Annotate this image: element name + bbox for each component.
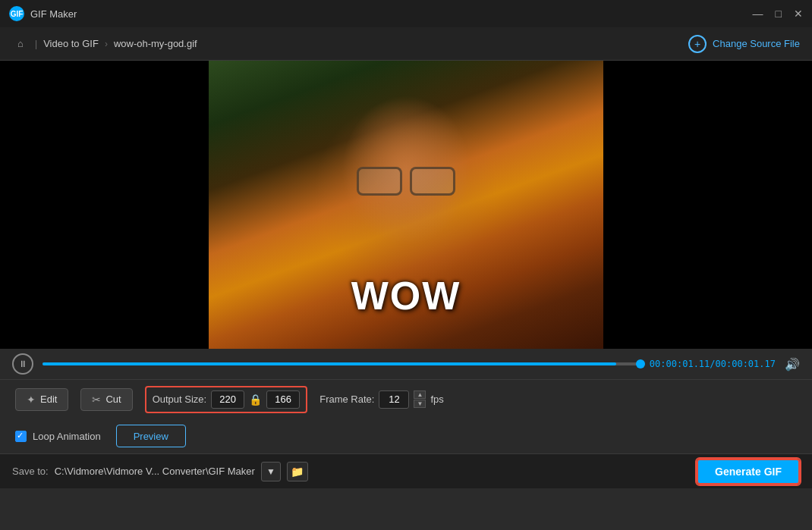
frame-rate-label: Frame Rate:: [319, 394, 374, 405]
loop-bar: Loop Animation Preview: [0, 419, 812, 453]
controls-bar: ⏸ 00:00:01.11/00:00:01.17 🔊: [0, 349, 812, 379]
home-icon[interactable]: ⌂: [12, 36, 29, 52]
loop-animation-checkbox[interactable]: [15, 431, 27, 442]
edit-button[interactable]: ✦ Edit: [15, 388, 68, 411]
preview-button[interactable]: Preview: [116, 425, 186, 447]
change-source-icon: +: [688, 35, 707, 53]
loop-animation-group: Loop Animation: [15, 431, 101, 442]
dropdown-arrow: ▼: [266, 466, 275, 477]
progress-track[interactable]: [42, 362, 640, 365]
save-to-label: Save to:: [12, 466, 49, 477]
breadcrumb-separator-1: |: [35, 39, 37, 49]
cut-icon: ✂: [92, 394, 101, 406]
window-controls: — □ ✕: [753, 8, 803, 19]
output-height-input[interactable]: [266, 390, 300, 409]
wow-text: WOW: [351, 273, 461, 318]
change-source-label: Change Source File: [713, 38, 800, 49]
nav-bar: ⌂ | Video to GIF › wow-oh-my-god.gif + C…: [0, 27, 812, 61]
breadcrumb: ⌂ | Video to GIF › wow-oh-my-god.gif: [12, 36, 197, 52]
minimize-button[interactable]: —: [753, 8, 763, 19]
fps-up-button[interactable]: ▲: [414, 390, 426, 399]
maximize-button[interactable]: □: [776, 8, 782, 19]
progress-fill: [42, 362, 616, 365]
progress-thumb[interactable]: [636, 359, 645, 368]
glass-right: [410, 167, 455, 196]
output-size-group: Output Size: 🔒: [145, 386, 308, 413]
frame-rate-input[interactable]: [379, 390, 409, 409]
output-size-label: Output Size:: [153, 394, 207, 405]
bottom-bar: Save to: C:\Vidmore\Vidmore V... Convert…: [0, 453, 812, 488]
video-area: WOW: [0, 61, 812, 349]
fps-spinner: ▲ ▼: [414, 390, 426, 408]
save-to-group: Save to: C:\Vidmore\Vidmore V... Convert…: [12, 462, 308, 481]
play-pause-button[interactable]: ⏸: [12, 353, 33, 375]
folder-button[interactable]: 📁: [287, 462, 308, 481]
breadcrumb-filename: wow-oh-my-god.gif: [114, 38, 197, 49]
volume-icon[interactable]: 🔊: [785, 357, 800, 372]
fps-down-button[interactable]: ▼: [414, 400, 426, 408]
time-display: 00:00:01.11/00:00:01.17: [650, 359, 776, 369]
edit-icon: ✦: [27, 394, 36, 406]
glasses-overlay: [357, 167, 455, 196]
title-bar: GIF GIF Maker — □ ✕: [0, 0, 812, 27]
lock-icon[interactable]: 🔒: [249, 394, 262, 406]
app-title: GIF Maker: [30, 8, 77, 20]
app-logo: GIF: [9, 6, 24, 21]
edit-label: Edit: [40, 394, 57, 405]
change-source-button[interactable]: + Change Source File: [688, 35, 800, 53]
breadcrumb-arrow: ›: [105, 39, 108, 49]
path-dropdown[interactable]: ▼: [261, 462, 281, 481]
pause-icon: ⏸: [18, 359, 27, 369]
breadcrumb-video-to-gif[interactable]: Video to GIF: [43, 38, 99, 49]
loop-animation-label: Loop Animation: [33, 431, 101, 442]
fps-label: fps: [430, 394, 443, 405]
save-path: C:\Vidmore\Vidmore V... Converter\GIF Ma…: [55, 466, 255, 477]
folder-icon: 📁: [291, 466, 304, 478]
title-bar-left: GIF GIF Maker: [9, 6, 77, 21]
edit-bar: ✦ Edit ✂ Cut Output Size: 🔒 Frame Rate: …: [0, 379, 812, 419]
output-width-input[interactable]: [211, 390, 244, 409]
frame-rate-group: Frame Rate: ▲ ▼ fps: [319, 390, 444, 409]
generate-gif-button[interactable]: Generate GIF: [697, 459, 800, 485]
cut-label: Cut: [105, 394, 121, 405]
glass-left: [357, 167, 402, 196]
video-frame: WOW: [209, 61, 603, 349]
cut-button[interactable]: ✂ Cut: [80, 388, 132, 411]
close-button[interactable]: ✕: [794, 8, 803, 19]
